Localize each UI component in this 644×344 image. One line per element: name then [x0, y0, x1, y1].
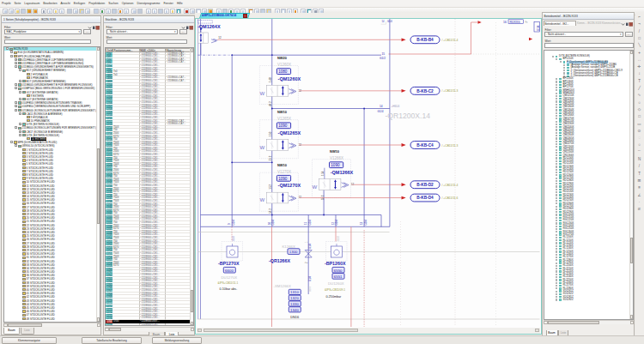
svg-text:16: 16	[503, 21, 507, 24]
svg-text:G1/2: G1/2	[380, 57, 386, 60]
svg-text:6550: 6550	[333, 269, 342, 273]
svg-text:55 2: 55 2	[321, 195, 325, 200]
svg-text:1320: 1320	[290, 296, 299, 300]
svg-text:1 50: 1 50	[268, 131, 271, 136]
svg-text:NW20: NW20	[277, 56, 287, 60]
svg-text:/ +CB11/11.3: / +CB11/11.3	[441, 144, 458, 148]
svg-text:B-KB-B4: B-KB-B4	[416, 38, 434, 42]
svg-text:1 52: 1 52	[268, 184, 271, 190]
svg-text:&IPS+CB11/09.1: &IPS+CB11/09.1	[325, 288, 345, 292]
svg-text:1310: 1310	[290, 290, 299, 294]
svg-text:V1265X: V1265X	[277, 117, 291, 121]
svg-text:1: 1	[304, 241, 307, 243]
svg-text:/ +CB11/11.6: / +CB11/11.6	[441, 196, 458, 200]
svg-text:G1/4: G1/4	[387, 20, 392, 23]
svg-text:12: 12	[331, 221, 334, 225]
svg-text:1090: 1090	[331, 163, 340, 167]
svg-text:G1/4: G1/4	[308, 287, 312, 292]
svg-text:K1266X: K1266X	[282, 244, 295, 249]
svg-text:2: 2	[304, 262, 307, 263]
svg-text:9: 9	[228, 223, 231, 225]
svg-text:/ +CB11/11.3: / +CB11/11.3	[441, 89, 458, 93]
svg-text:G1/8: G1/8	[336, 236, 339, 241]
svg-text:G1/4: G1/4	[335, 220, 338, 226]
svg-text:DU1270X: DU1270X	[221, 275, 237, 280]
svg-text:-BP1260X: -BP1260X	[325, 261, 346, 266]
svg-text:0-10bar abs.: 0-10bar abs.	[219, 287, 237, 291]
svg-text:1 54: 1 54	[321, 171, 325, 176]
svg-text:&IPS+CB11/11.1: &IPS+CB11/11.1	[217, 281, 238, 285]
svg-text:15: 15	[381, 52, 385, 56]
svg-text:+H6U4: +H6U4	[391, 105, 399, 108]
svg-text:Fe: Fe	[525, 21, 528, 24]
svg-text:-QM1260X: -QM1260X	[277, 76, 301, 81]
svg-text:G3/4: G3/4	[363, 220, 367, 226]
svg-text:B-KB-D2: B-KB-D2	[416, 183, 434, 187]
svg-text:NW10: NW10	[277, 163, 287, 167]
svg-text:1090: 1090	[278, 177, 288, 181]
svg-text:G1/4: G1/4	[308, 243, 312, 249]
svg-text:G1/4: G1/4	[377, 110, 383, 113]
svg-text:10: 10	[267, 221, 270, 225]
svg-text:W: W	[259, 145, 264, 150]
svg-text:RÜXXG: RÜXXG	[509, 21, 519, 24]
svg-text:0-250mbar: 0-250mbar	[325, 295, 342, 299]
svg-text:W: W	[312, 184, 317, 190]
svg-text:1330: 1330	[290, 302, 299, 306]
svg-text:V1270X: V1270X	[277, 170, 291, 174]
svg-text:-QM1266X: -QM1266X	[330, 170, 353, 175]
svg-text:B-KB-D4: B-KB-D4	[416, 196, 434, 200]
svg-text:G1/4: G1/4	[231, 220, 234, 226]
svg-text:1 48: 1 48	[268, 77, 271, 82]
svg-text:NW10: NW10	[277, 110, 287, 114]
svg-text:12: 12	[218, 36, 222, 39]
svg-text:-QM1265X: -QM1265X	[277, 130, 301, 136]
svg-text:11: 11	[304, 222, 307, 225]
svg-text:G1/4: G1/4	[307, 220, 311, 226]
svg-text:49 2: 49 2	[268, 101, 271, 106]
svg-text:G1/8: G1/8	[232, 236, 235, 241]
svg-text:14: 14	[380, 105, 383, 108]
svg-text:W: W	[259, 197, 264, 202]
svg-text:/ +CB11/11.4: / +CB11/11.4	[441, 184, 458, 187]
svg-text:-QR1200X.14: -QR1200X.14	[385, 112, 430, 120]
svg-text:/ +CB11/11.4: / +CB11/11.4	[441, 39, 458, 42]
svg-text:-BP1270X: -BP1270X	[218, 261, 240, 266]
svg-text:14: 14	[381, 20, 384, 23]
svg-text:DN16: DN16	[290, 316, 299, 319]
svg-text:G1/4: G1/4	[271, 220, 275, 226]
svg-text:G1/4: G1/4	[308, 275, 312, 281]
svg-text:1080: 1080	[278, 69, 288, 74]
svg-text:B-KB-C4: B-KB-C4	[416, 143, 434, 148]
svg-text:-QM1264X: -QM1264X	[197, 24, 221, 29]
svg-text:1300: 1300	[289, 250, 297, 254]
svg-text:B-KB-C2: B-KB-C2	[416, 89, 434, 94]
svg-text:1090: 1090	[278, 124, 288, 128]
svg-text:12: 12	[350, 183, 354, 186]
svg-text:-XM1266X: -XM1266X	[273, 284, 290, 288]
svg-text:51 2: 51 2	[268, 155, 271, 160]
svg-text:V1266X: V1266X	[330, 156, 343, 160]
svg-text:W: W	[259, 91, 264, 96]
svg-text:13: 13	[359, 221, 362, 225]
svg-text:1340: 1340	[290, 308, 299, 312]
svg-text:53 2: 53 2	[268, 208, 271, 214]
svg-text:V1260X: V1260X	[277, 63, 291, 67]
svg-text:DU1260X: DU1260X	[328, 281, 344, 286]
svg-text:-QM1270X: -QM1270X	[277, 183, 301, 188]
svg-text:6551: 6551	[333, 275, 342, 279]
svg-text:6600: 6600	[225, 269, 234, 273]
svg-text:G1/4: G1/4	[536, 25, 539, 31]
svg-text:-QR1266X: -QR1266X	[269, 258, 290, 263]
svg-text:NW10: NW10	[330, 149, 339, 154]
